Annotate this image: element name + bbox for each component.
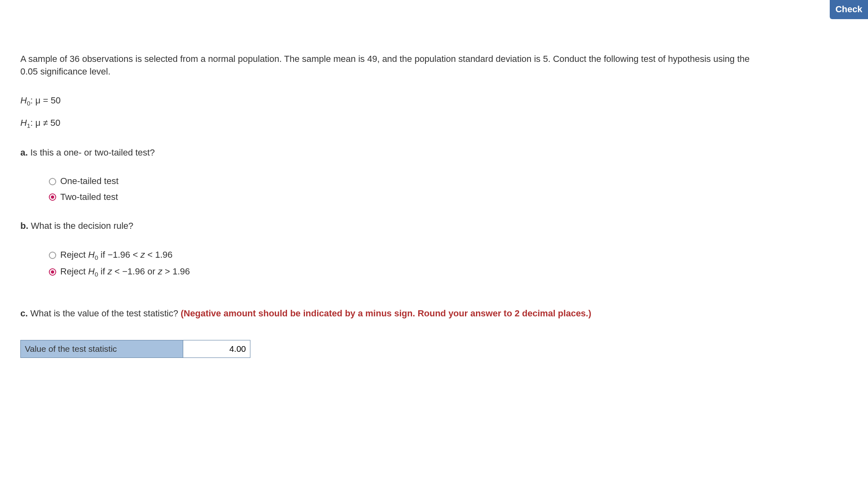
part-b-options: Reject H0 if −1.96 < z < 1.96 Reject H0 … [49,249,753,279]
option-label: Two-tailed test [60,191,118,204]
alternative-hypothesis: H1: μ ≠ 50 [20,117,753,130]
question-content: A sample of 36 observations is selected … [0,0,774,358]
test-statistic-input[interactable] [183,340,250,357]
radio-icon [49,193,56,201]
answer-label-cell: Value of the test statistic [21,340,183,357]
part-c-question: c. What is the value of the test statist… [20,307,753,320]
option-label: Reject H0 if z < −1.96 or z > 1.96 [60,265,190,279]
option-two-tailed[interactable]: Two-tailed test [49,191,753,204]
answer-table: Value of the test statistic [20,340,250,357]
option-label: One-tailed test [60,175,118,188]
radio-icon [49,252,56,259]
option-decision-rule-2[interactable]: Reject H0 if z < −1.96 or z > 1.96 [49,265,753,279]
instruction-text: (Negative amount should be indicated by … [181,308,592,318]
option-one-tailed[interactable]: One-tailed test [49,175,753,188]
null-hypothesis: H0: μ = 50 [20,94,753,108]
part-a-question: a. Is this a one- or two-tailed test? [20,147,753,159]
radio-icon [49,178,56,185]
option-label: Reject H0 if −1.96 < z < 1.96 [60,249,173,262]
problem-statement: A sample of 36 observations is selected … [20,53,753,78]
part-a-options: One-tailed test Two-tailed test [49,175,753,204]
radio-icon [49,268,56,276]
option-decision-rule-1[interactable]: Reject H0 if −1.96 < z < 1.96 [49,249,753,262]
check-button[interactable]: Check [830,0,868,19]
part-b-question: b. What is the decision rule? [20,220,753,232]
